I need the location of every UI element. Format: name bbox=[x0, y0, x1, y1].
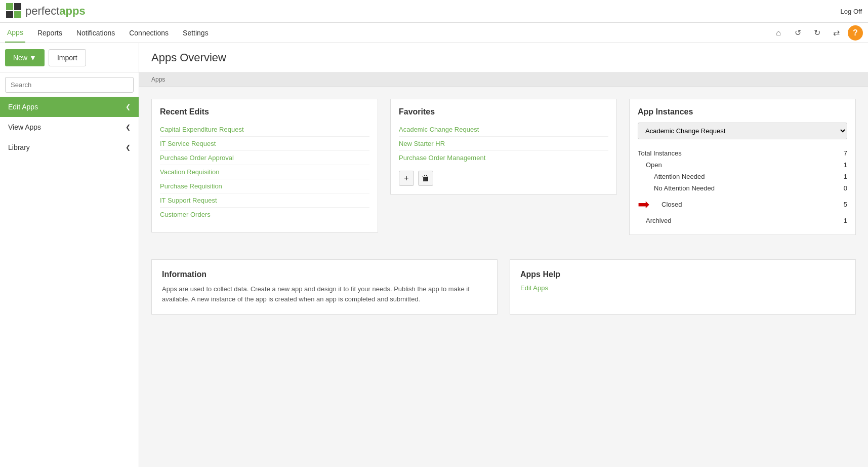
nav-notifications[interactable]: Notifications bbox=[74, 24, 117, 42]
sidebar: New ▼ Import Edit Apps ❮ View Apps ❮ Lib… bbox=[0, 43, 139, 467]
refresh-icon-button[interactable]: ↻ bbox=[809, 25, 824, 41]
chevron-left-icon-2: ❮ bbox=[126, 124, 131, 131]
favorite-item[interactable]: Purchase Order Management bbox=[399, 151, 608, 165]
main-content: Apps Overview Apps Recent Edits Capital … bbox=[139, 43, 868, 467]
instances-table: Total Instances 7 Open 1 Attention Neede… bbox=[638, 147, 847, 226]
navbar: Apps Reports Notifications Connections S… bbox=[0, 23, 868, 43]
favorites-actions: + 🗑 bbox=[399, 171, 608, 186]
chevron-left-icon-3: ❮ bbox=[126, 144, 131, 151]
svg-rect-2 bbox=[6, 11, 13, 18]
breadcrumb: Apps bbox=[139, 73, 868, 87]
bottom-area: Information Apps are used to collect dat… bbox=[139, 247, 868, 327]
favorites-list: Academic Change Request New Starter HR P… bbox=[399, 123, 608, 165]
recent-edits-scroll[interactable]: Capital Expenditure Request IT Service R… bbox=[160, 123, 369, 224]
svg-rect-1 bbox=[14, 3, 21, 10]
layout: New ▼ Import Edit Apps ❮ View Apps ❮ Lib… bbox=[0, 43, 868, 467]
recent-edits-title: Recent Edits bbox=[160, 107, 369, 116]
list-item[interactable]: Customer Orders bbox=[160, 208, 369, 221]
search-input[interactable] bbox=[5, 77, 134, 93]
no-attention-needed-row: No Attention Needed 0 bbox=[638, 182, 847, 194]
apps-help-panel: Apps Help Edit Apps bbox=[510, 259, 856, 315]
topbar-right: Log Off bbox=[841, 8, 862, 15]
information-panel: Information Apps are used to collect dat… bbox=[151, 259, 498, 315]
help-button[interactable]: ? bbox=[848, 25, 863, 41]
svg-rect-0 bbox=[6, 3, 13, 10]
content-area: Recent Edits Capital Expenditure Request… bbox=[139, 87, 868, 247]
list-item[interactable]: IT Support Request bbox=[160, 193, 369, 208]
favorites-title: Favorites bbox=[399, 107, 608, 116]
svg-rect-3 bbox=[14, 11, 21, 18]
favorites-panel: Favorites Academic Change Request New St… bbox=[390, 99, 617, 194]
navbar-icons: ⌂ ↺ ↻ ⇄ ? bbox=[771, 25, 863, 41]
nav-apps[interactable]: Apps bbox=[5, 23, 25, 43]
home-icon-button[interactable]: ⌂ bbox=[771, 25, 786, 41]
import-button[interactable]: Import bbox=[49, 49, 86, 66]
app-instances-title: App Instances bbox=[638, 107, 847, 116]
topbar: perfectapps Log Off bbox=[0, 0, 868, 23]
app-instances-select[interactable]: Academic Change RequestNew Starter HRPur… bbox=[638, 123, 847, 139]
logo-accent: apps bbox=[59, 5, 85, 17]
list-item[interactable]: Purchase Order Approval bbox=[160, 151, 369, 165]
sidebar-actions: New ▼ Import bbox=[0, 43, 139, 73]
page-header: Apps Overview bbox=[139, 43, 868, 73]
search-box bbox=[5, 77, 134, 93]
red-arrow-icon: ➡ bbox=[638, 196, 649, 213]
archived-row: Archived 1 bbox=[638, 215, 847, 226]
list-item[interactable]: Vacation Requisition bbox=[160, 165, 369, 179]
sidebar-item-view-apps[interactable]: View Apps ❮ bbox=[0, 117, 139, 137]
apps-help-title: Apps Help bbox=[520, 270, 845, 279]
new-button[interactable]: New ▼ bbox=[5, 49, 45, 66]
attention-needed-row: Attention Needed 1 bbox=[638, 171, 847, 182]
add-favorite-button[interactable]: + bbox=[399, 171, 414, 186]
nav-settings[interactable]: Settings bbox=[181, 24, 211, 42]
list-item[interactable]: Capital Expenditure Request bbox=[160, 123, 369, 137]
dropdown-arrow-icon: ▼ bbox=[29, 54, 36, 62]
edit-apps-help-link[interactable]: Edit Apps bbox=[520, 284, 548, 292]
trash-icon: 🗑 bbox=[422, 174, 430, 183]
recent-edits-list: Capital Expenditure Request IT Service R… bbox=[160, 123, 369, 221]
undo-icon-button[interactable]: ↺ bbox=[790, 25, 805, 41]
logoff-link[interactable]: Log Off bbox=[841, 8, 862, 15]
list-item[interactable]: IT Service Request bbox=[160, 137, 369, 151]
favorite-item[interactable]: Academic Change Request bbox=[399, 123, 608, 137]
sidebar-item-library[interactable]: Library ❮ bbox=[0, 137, 139, 158]
logo-plain: perfect bbox=[25, 5, 59, 17]
open-row: Open 1 bbox=[638, 159, 847, 171]
list-item[interactable]: Purchase Requisition bbox=[160, 179, 369, 193]
information-title: Information bbox=[162, 270, 487, 279]
favorite-item[interactable]: New Starter HR bbox=[399, 137, 608, 151]
logo-icon bbox=[6, 3, 22, 19]
closed-arrow-row: ➡ Closed 5 bbox=[638, 194, 847, 215]
nav-reports[interactable]: Reports bbox=[35, 24, 64, 42]
total-instances-row: Total Instances 7 bbox=[638, 147, 847, 159]
information-text: Apps are used to collect data. Create a … bbox=[162, 284, 487, 304]
chevron-left-icon: ❮ bbox=[126, 103, 131, 110]
remove-favorite-button[interactable]: 🗑 bbox=[418, 171, 433, 186]
sync-icon-button[interactable]: ⇄ bbox=[829, 25, 844, 41]
recent-edits-panel: Recent Edits Capital Expenditure Request… bbox=[151, 99, 378, 232]
page-title: Apps Overview bbox=[151, 51, 226, 64]
nav-connections[interactable]: Connections bbox=[127, 24, 171, 42]
logo: perfectapps bbox=[6, 3, 86, 19]
sidebar-item-edit-apps[interactable]: Edit Apps ❮ bbox=[0, 97, 139, 117]
logo-text: perfectapps bbox=[25, 5, 86, 18]
app-instances-panel: App Instances Academic Change RequestNew… bbox=[629, 99, 856, 235]
